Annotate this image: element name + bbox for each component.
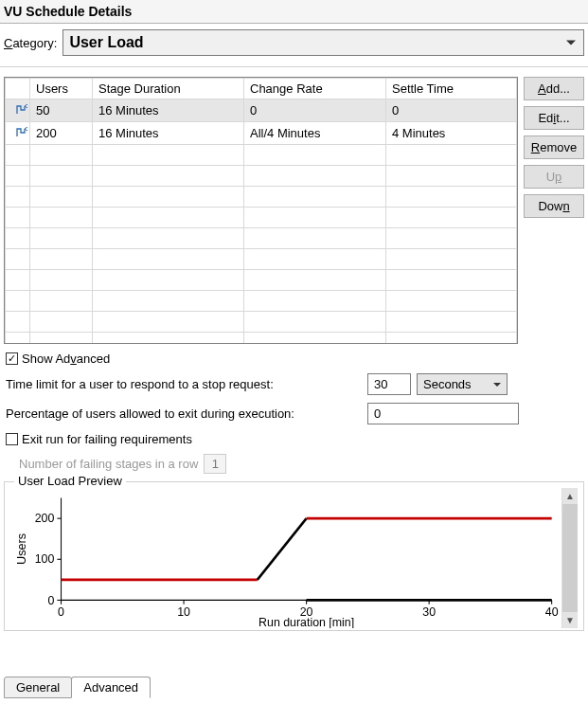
add-button[interactable]: Add... [524,77,584,100]
cell-users: 200 [30,122,93,145]
table-row[interactable] [6,249,517,270]
cell-duration: 16 Minutes [93,99,244,122]
cell-users [30,166,93,187]
table-row[interactable] [6,187,517,208]
cell-duration [93,166,244,187]
cell-rate [244,312,386,333]
cell-settle [386,333,517,345]
cell-duration [93,249,244,270]
preview-legend: User Load Preview [14,474,126,488]
timelimit-unit-select[interactable]: Seconds [417,373,508,395]
svg-text:Run duration [min]: Run duration [min] [258,616,354,628]
cell-duration [93,291,244,312]
col-change-rate[interactable]: Change Rate [244,79,386,99]
table-row[interactable] [6,291,517,312]
cell-rate [244,208,386,228]
table-row[interactable] [6,166,517,187]
cell-settle [386,145,517,166]
cell-rate [244,228,386,249]
stage-icon [15,104,28,116]
table-row[interactable]: 5016 Minutes00 [6,99,517,122]
table-row[interactable]: 20016 MinutesAll/4 Minutes4 Minutes [6,122,517,145]
table-row[interactable] [6,312,517,333]
up-button[interactable]: Up [524,165,584,189]
row-icon-cell [6,249,30,270]
cell-settle [386,187,517,208]
preview-scrollbar[interactable]: ▲ ▼ [561,488,578,628]
pct-exit-input[interactable]: 0 [367,403,519,424]
cell-users [30,270,93,291]
cell-users [30,333,93,345]
user-load-chart: 0100200010203040UsersRun duration [min] [14,488,561,628]
table-row[interactable] [6,333,517,345]
cell-users [30,228,93,249]
svg-text:10: 10 [177,605,190,619]
category-select[interactable]: User Load [62,29,584,56]
cell-users: 50 [30,99,93,122]
cell-users [30,291,93,312]
edit-button[interactable]: Edit... [524,106,584,130]
cell-users [30,187,93,208]
svg-text:200: 200 [35,512,55,525]
show-advanced-label: Show Advanced [22,352,110,366]
cell-rate [244,187,386,208]
svg-text:Users: Users [16,533,29,565]
stages-table[interactable]: Users Stage Duration Change Rate Settle … [4,77,518,344]
cell-rate [244,249,386,270]
tab-advanced[interactable]: Advanced [71,677,151,698]
svg-text:100: 100 [35,552,55,566]
cell-duration: 16 Minutes [93,122,244,145]
svg-text:40: 40 [545,605,559,619]
cell-rate [244,270,386,291]
down-button[interactable]: Down [524,194,584,218]
row-icon-cell [6,270,30,291]
row-icon-cell [6,333,30,345]
tab-general[interactable]: General [4,677,72,698]
failing-stages-input: 1 [204,454,226,474]
cell-duration [93,270,244,291]
stage-icon [15,127,28,138]
show-advanced-checkbox[interactable] [6,352,18,365]
cell-users [30,208,93,228]
svg-text:30: 30 [422,605,436,619]
svg-text:0: 0 [58,605,64,619]
col-settle-time[interactable]: Settle Time [386,79,517,99]
cell-settle [386,228,517,249]
scroll-down-icon[interactable]: ▼ [562,612,578,628]
cell-rate [244,333,386,345]
cell-duration [93,228,244,249]
svg-text:0: 0 [47,593,54,606]
timelimit-input[interactable]: 30 [367,373,411,395]
remove-button[interactable]: Remove [524,135,584,159]
cell-duration [93,333,244,345]
col-icon[interactable] [6,79,30,99]
row-icon-cell [6,99,30,122]
cell-users [30,249,93,270]
pct-exit-label: Percentage of users allowed to exit duri… [6,406,362,421]
cell-duration [93,208,244,228]
panel-title: VU Schedule Details [0,0,588,24]
cell-users [30,312,93,333]
table-row[interactable] [6,208,517,228]
scroll-up-icon[interactable]: ▲ [562,488,578,504]
cell-settle: 4 Minutes [386,122,517,145]
cell-duration [93,312,244,333]
table-row[interactable] [6,145,517,166]
scroll-thumb[interactable] [562,504,578,612]
cell-duration [93,187,244,208]
row-icon-cell [6,145,30,166]
row-icon-cell [6,312,30,333]
table-row[interactable] [6,228,517,249]
cell-settle: 0 [386,99,517,122]
cell-settle [386,312,517,333]
col-users[interactable]: Users [30,79,93,99]
table-row[interactable] [6,270,517,291]
exit-run-checkbox[interactable] [6,433,18,445]
cell-settle [386,291,517,312]
user-load-preview-group: User Load Preview 0100200010203040UsersR… [4,481,584,631]
exit-run-label: Exit run for failing requirements [22,432,192,446]
row-icon-cell [6,291,30,312]
row-icon-cell [6,208,30,228]
col-duration[interactable]: Stage Duration [93,79,244,99]
row-icon-cell [6,228,30,249]
